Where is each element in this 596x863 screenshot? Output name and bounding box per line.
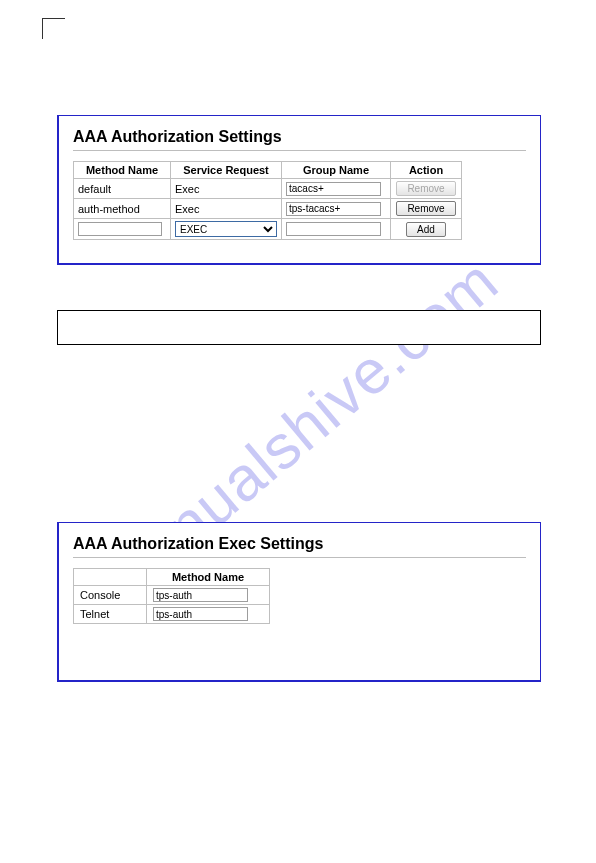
- panel-title: AAA Authorization Settings: [73, 128, 526, 146]
- method-name-input[interactable]: [153, 588, 248, 602]
- divider: [73, 557, 526, 558]
- service-request-cell: Exec: [171, 199, 282, 219]
- method-name-input[interactable]: [78, 222, 162, 236]
- header-blank: [74, 569, 147, 586]
- method-name-new-cell: [74, 219, 171, 240]
- service-request-select[interactable]: EXEC: [175, 221, 277, 237]
- table-row: default Exec Remove: [74, 179, 462, 199]
- group-name-input[interactable]: [286, 182, 381, 196]
- exec-settings-table: Method Name Console Telnet: [73, 568, 270, 624]
- table-row: Telnet: [74, 605, 270, 624]
- header-action: Action: [391, 162, 462, 179]
- group-name-new-cell: [282, 219, 391, 240]
- table-new-row: EXEC Add: [74, 219, 462, 240]
- row-label: Telnet: [74, 605, 147, 624]
- method-name-cell: default: [74, 179, 171, 199]
- service-request-new-cell: EXEC: [171, 219, 282, 240]
- table-row: Console: [74, 586, 270, 605]
- crop-mark: [42, 18, 65, 39]
- table-row: auth-method Exec Remove: [74, 199, 462, 219]
- method-name-cell: [147, 586, 270, 605]
- header-service-request: Service Request: [171, 162, 282, 179]
- method-name-cell: auth-method: [74, 199, 171, 219]
- remove-button: Remove: [396, 181, 455, 196]
- header-method-name: Method Name: [74, 162, 171, 179]
- panel-title: AAA Authorization Exec Settings: [73, 535, 526, 553]
- header-method-name: Method Name: [147, 569, 270, 586]
- aaa-authorization-exec-settings-panel: AAA Authorization Exec Settings Method N…: [57, 522, 541, 682]
- group-name-cell: [282, 199, 391, 219]
- table-header-row: Method Name: [74, 569, 270, 586]
- header-group-name: Group Name: [282, 162, 391, 179]
- table-header-row: Method Name Service Request Group Name A…: [74, 162, 462, 179]
- aaa-authorization-settings-panel: AAA Authorization Settings Method Name S…: [57, 115, 541, 265]
- divider: [73, 150, 526, 151]
- add-button[interactable]: Add: [406, 222, 446, 237]
- group-name-cell: [282, 179, 391, 199]
- method-name-input[interactable]: [153, 607, 248, 621]
- remove-button[interactable]: Remove: [396, 201, 455, 216]
- authorization-table: Method Name Service Request Group Name A…: [73, 161, 462, 240]
- cli-box: [57, 310, 541, 345]
- group-name-input[interactable]: [286, 202, 381, 216]
- service-request-cell: Exec: [171, 179, 282, 199]
- method-name-cell: [147, 605, 270, 624]
- row-label: Console: [74, 586, 147, 605]
- group-name-input[interactable]: [286, 222, 381, 236]
